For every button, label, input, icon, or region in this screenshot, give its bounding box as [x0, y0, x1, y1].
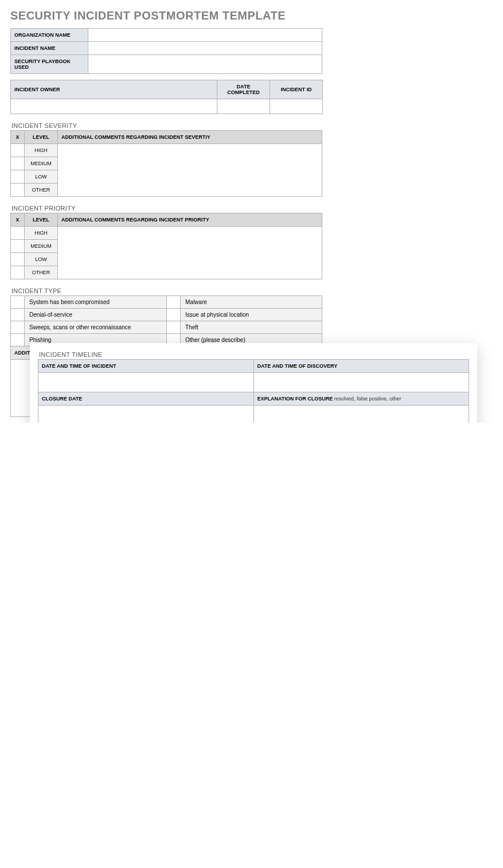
priority-check-low[interactable]: [11, 253, 25, 266]
severity-level-low: LOW: [25, 170, 58, 184]
type-check-l3[interactable]: [11, 334, 25, 347]
type-r2: Theft: [181, 321, 322, 334]
priority-level-low: LOW: [25, 253, 58, 266]
page-title: SECURITY INCIDENT POSTMORTEM TEMPLATE: [10, 9, 493, 22]
priority-level-high: HIGH: [25, 227, 58, 240]
playbook-value[interactable]: [88, 55, 322, 74]
severity-level-high: HIGH: [25, 144, 58, 157]
date-completed-label: DATE COMPLETED: [217, 80, 270, 99]
type-r1: Issue at physical location: [181, 309, 322, 321]
priority-level-other: OTHER: [25, 266, 58, 279]
dt-incident-value[interactable]: [38, 373, 254, 392]
org-info-table: ORGANIZATION NAME INCIDENT NAME SECURITY…: [10, 28, 322, 74]
severity-level-medium: MEDIUM: [25, 157, 58, 170]
severity-check-low[interactable]: [11, 170, 25, 184]
severity-table: X LEVEL ADDITIONAL COMMENTS REGARDING IN…: [10, 130, 322, 197]
type-check-l0[interactable]: [11, 296, 25, 309]
incident-name-value[interactable]: [88, 42, 322, 55]
severity-heading: INCIDENT SEVERITY: [11, 122, 493, 129]
priority-comments-col: ADDITIONAL COMMENTS REGARDING INCIDENT P…: [58, 213, 322, 227]
date-completed-value[interactable]: [217, 99, 270, 114]
type-check-r2[interactable]: [167, 321, 181, 334]
severity-check-high[interactable]: [11, 144, 25, 157]
dt-discovery-value[interactable]: [254, 373, 469, 392]
severity-comments-col: ADDITIONAL COMMENTS REGARDING INCIDENT S…: [58, 131, 322, 144]
owner-value[interactable]: [11, 99, 217, 114]
priority-check-high[interactable]: [11, 227, 25, 240]
closure-explanation-label: EXPLANATION FOR CLOSURE resolved, false …: [254, 392, 469, 406]
type-r0: Malware: [181, 296, 322, 309]
explanation-note: resolved, false positive, other: [334, 396, 401, 402]
type-check-r1[interactable]: [167, 309, 181, 321]
type-l1: Denial-of-service: [25, 309, 167, 321]
dt-discovery-label: DATE AND TIME OF DISCOVERY: [254, 360, 469, 373]
priority-check-other[interactable]: [11, 266, 25, 279]
playbook-label: SECURITY PLAYBOOK USED: [11, 55, 88, 74]
org-name-label: ORGANIZATION NAME: [11, 29, 88, 42]
type-l0: System has been compromised: [25, 296, 167, 309]
severity-check-other[interactable]: [11, 184, 25, 197]
type-check-l2[interactable]: [11, 321, 25, 334]
priority-table: X LEVEL ADDITIONAL COMMENTS REGARDING IN…: [10, 213, 322, 279]
type-check-r0[interactable]: [167, 296, 181, 309]
severity-x-col: X: [11, 131, 25, 144]
priority-heading: INCIDENT PRIORITY: [11, 205, 493, 212]
closure-explanation-value[interactable]: [254, 406, 469, 423]
owner-table: INCIDENT OWNER DATE COMPLETED INCIDENT I…: [10, 80, 323, 114]
dt-incident-label: DATE AND TIME OF INCIDENT: [38, 360, 254, 373]
owner-label: INCIDENT OWNER: [11, 80, 217, 99]
org-name-value[interactable]: [88, 29, 322, 42]
incident-name-label: INCIDENT NAME: [11, 42, 88, 55]
timeline-heading: INCIDENT TIMELINE: [39, 351, 469, 358]
closure-date-label: CLOSURE DATE: [38, 392, 254, 406]
priority-x-col: X: [11, 213, 25, 227]
priority-level-col: LEVEL: [25, 213, 58, 227]
severity-level-other: OTHER: [25, 184, 58, 197]
type-l2: Sweeps, scans or other reconnaissance: [25, 321, 167, 334]
severity-comments-value[interactable]: [58, 144, 322, 197]
priority-comments-value[interactable]: [58, 227, 322, 279]
severity-check-medium[interactable]: [11, 157, 25, 170]
timeline-table: DATE AND TIME OF INCIDENT DATE AND TIME …: [38, 359, 469, 423]
timeline-panel: INCIDENT TIMELINE DATE AND TIME OF INCID…: [30, 343, 477, 423]
severity-level-col: LEVEL: [25, 131, 58, 144]
incident-id-value[interactable]: [270, 99, 323, 114]
type-check-l1[interactable]: [11, 309, 25, 321]
closure-date-value[interactable]: [38, 406, 254, 423]
priority-level-medium: MEDIUM: [25, 240, 58, 253]
priority-check-medium[interactable]: [11, 240, 25, 253]
incident-id-label: INCIDENT ID: [270, 80, 323, 99]
explanation-label-text: EXPLANATION FOR CLOSURE: [258, 396, 333, 402]
type-heading: INCIDENT TYPE: [11, 287, 493, 294]
